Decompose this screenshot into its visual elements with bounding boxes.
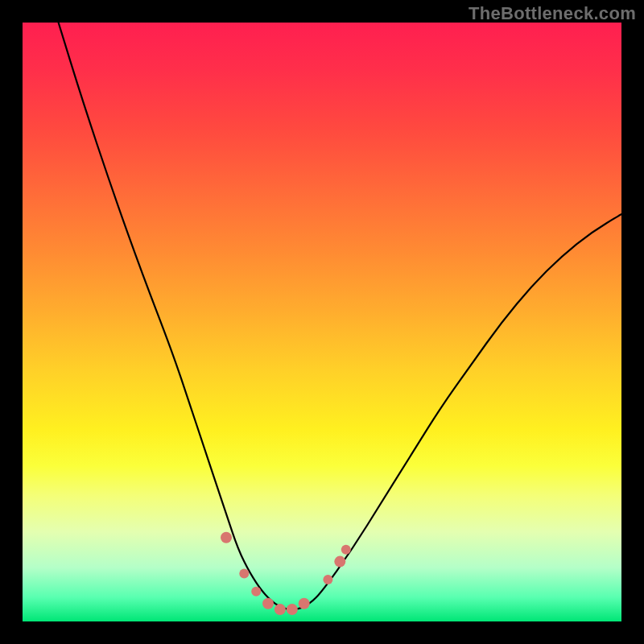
plot-area xyxy=(23,23,621,621)
chart-frame: TheBottleneck.com xyxy=(0,0,644,644)
source-watermark: TheBottleneck.com xyxy=(469,3,636,24)
watermark-text: TheBottleneck.com xyxy=(469,3,636,23)
